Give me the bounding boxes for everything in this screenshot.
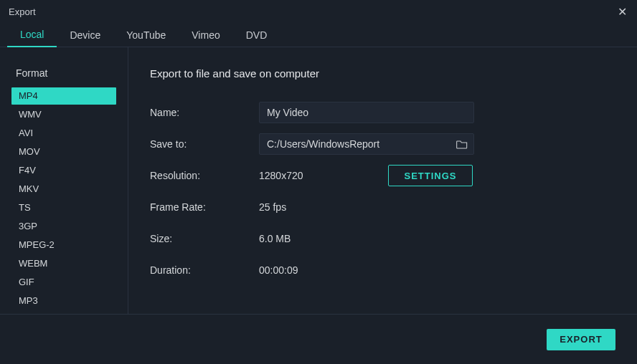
format-item-gif[interactable]: GIF <box>11 274 116 291</box>
row-name: Name: <box>150 97 615 128</box>
sidebar: Format MP4 WMV AVI MOV F4V MKV TS 3GP MP… <box>0 47 128 314</box>
close-icon[interactable]: ✕ <box>615 5 628 18</box>
row-resolution: Resolution: 1280x720 SETTINGS <box>150 160 615 191</box>
tab-vimeo[interactable]: Vimeo <box>179 24 232 47</box>
size-value: 6.0 MB <box>259 233 615 244</box>
row-size: Size: 6.0 MB <box>150 223 615 254</box>
format-item-wmv[interactable]: WMV <box>11 106 116 123</box>
format-item-mkv[interactable]: MKV <box>11 181 116 198</box>
format-item-mov[interactable]: MOV <box>11 143 116 161</box>
format-item-avi[interactable]: AVI <box>11 125 116 142</box>
duration-label: Duration: <box>150 264 259 276</box>
name-input[interactable] <box>259 102 474 123</box>
framerate-label: Frame Rate: <box>150 201 259 213</box>
size-label: Size: <box>150 233 259 244</box>
row-saveto: Save to: C:/Users/WindowsReport <box>150 128 615 160</box>
format-item-f4v[interactable]: F4V <box>11 162 116 179</box>
saveto-field[interactable]: C:/Users/WindowsReport <box>259 133 474 155</box>
window-title: Export <box>9 6 615 17</box>
tab-dvd[interactable]: DVD <box>233 24 280 47</box>
main-panel: Export to file and save on computer Name… <box>128 47 637 314</box>
resolution-label: Resolution: <box>150 170 259 181</box>
tab-youtube[interactable]: YouTube <box>113 24 179 47</box>
name-label: Name: <box>150 107 259 118</box>
titlebar: Export ✕ <box>0 0 637 23</box>
main-heading: Export to file and save on computer <box>150 67 615 80</box>
tabbar: Local Device YouTube Vimeo DVD <box>0 23 637 47</box>
format-heading: Format <box>16 67 116 79</box>
format-item-3gp[interactable]: 3GP <box>11 218 116 235</box>
framerate-value: 25 fps <box>259 201 615 213</box>
row-framerate: Frame Rate: 25 fps <box>150 191 615 223</box>
row-duration: Duration: 00:00:09 <box>150 254 615 286</box>
footer: EXPORT <box>0 314 637 364</box>
format-item-webm[interactable]: WEBM <box>11 255 116 272</box>
body: Format MP4 WMV AVI MOV F4V MKV TS 3GP MP… <box>0 47 637 314</box>
tab-device[interactable]: Device <box>57 24 113 47</box>
duration-value: 00:00:09 <box>259 264 615 276</box>
saveto-value: C:/Users/WindowsReport <box>267 138 456 150</box>
format-item-mp3[interactable]: MP3 <box>11 292 116 310</box>
saveto-label: Save to: <box>150 138 259 150</box>
export-window: Export ✕ Local Device YouTube Vimeo DVD … <box>0 0 637 364</box>
format-list: MP4 WMV AVI MOV F4V MKV TS 3GP MPEG-2 WE… <box>11 87 116 310</box>
format-item-ts[interactable]: TS <box>11 199 116 216</box>
fields: Name: Save to: C:/Users/WindowsReport Re… <box>150 97 615 314</box>
folder-icon[interactable] <box>456 139 468 149</box>
format-item-mpeg2[interactable]: MPEG-2 <box>11 236 116 254</box>
export-button[interactable]: EXPORT <box>547 329 615 350</box>
tab-local[interactable]: Local <box>7 23 57 47</box>
format-item-mp4[interactable]: MP4 <box>11 87 116 105</box>
settings-button[interactable]: SETTINGS <box>388 165 473 186</box>
